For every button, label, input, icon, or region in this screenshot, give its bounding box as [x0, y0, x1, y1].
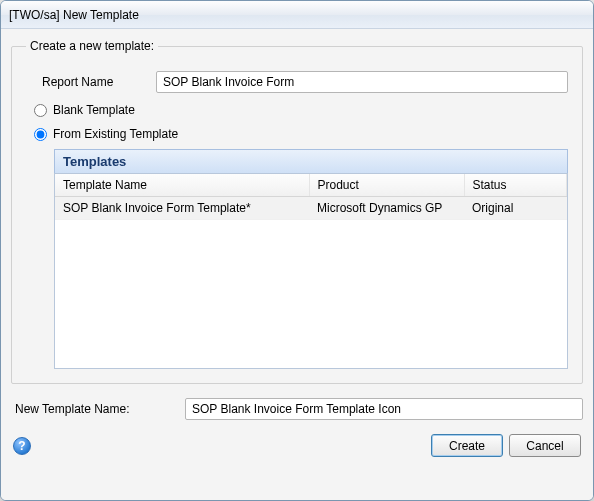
new-template-name-row: New Template Name:: [11, 398, 583, 420]
templates-table-container[interactable]: Template Name Product Status SOP Blank I…: [54, 173, 568, 369]
new-template-name-input[interactable]: [185, 398, 583, 420]
blank-template-label: Blank Template: [53, 103, 135, 117]
blank-template-option[interactable]: Blank Template: [34, 103, 568, 117]
cell-status: Original: [464, 197, 567, 220]
report-name-input[interactable]: [156, 71, 568, 93]
col-template-name[interactable]: Template Name: [55, 174, 309, 197]
create-template-group: Create a new template: Report Name Blank…: [11, 39, 583, 384]
cell-template-name: SOP Blank Invoice Form Template*: [55, 197, 309, 220]
new-template-name-label: New Template Name:: [11, 402, 185, 416]
templates-header-row: Template Name Product Status: [55, 174, 567, 197]
new-template-dialog: [TWO/sa] New Template Create a new templ…: [0, 0, 594, 501]
templates-panel: Templates Template Name Product Status: [54, 149, 568, 369]
blank-template-radio[interactable]: [34, 104, 47, 117]
col-product[interactable]: Product: [309, 174, 464, 197]
titlebar[interactable]: [TWO/sa] New Template: [1, 1, 593, 29]
cancel-button[interactable]: Cancel: [509, 434, 581, 457]
client-area: Create a new template: Report Name Blank…: [1, 29, 593, 500]
templates-table: Template Name Product Status SOP Blank I…: [55, 174, 567, 220]
create-button[interactable]: Create: [431, 434, 503, 457]
table-row[interactable]: SOP Blank Invoice Form Template* Microso…: [55, 197, 567, 220]
dialog-footer: ? Create Cancel: [11, 430, 583, 457]
existing-template-radio[interactable]: [34, 128, 47, 141]
cell-product: Microsoft Dynamics GP: [309, 197, 464, 220]
existing-template-option[interactable]: From Existing Template: [34, 127, 568, 141]
report-name-row: Report Name: [26, 71, 568, 93]
report-name-label: Report Name: [26, 75, 156, 89]
group-legend: Create a new template:: [26, 39, 158, 53]
window-title: [TWO/sa] New Template: [9, 8, 139, 22]
existing-template-label: From Existing Template: [53, 127, 178, 141]
col-status[interactable]: Status: [464, 174, 567, 197]
templates-panel-title: Templates: [54, 149, 568, 173]
help-icon[interactable]: ?: [13, 437, 31, 455]
